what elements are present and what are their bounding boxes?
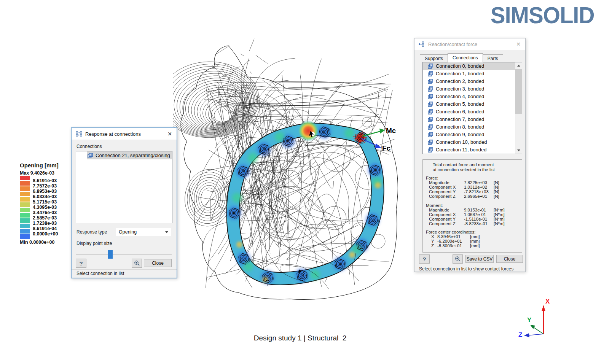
connection-list-item[interactable]: Connection 2, bonded bbox=[423, 78, 522, 85]
value-row: Magnitude7.8225e+03[N] bbox=[423, 180, 522, 185]
connection-list-item[interactable]: Connection 11, bonded bbox=[423, 146, 522, 154]
connection-icon bbox=[428, 71, 433, 76]
connection-icon bbox=[428, 64, 433, 69]
connection-list-item[interactable]: Connection 7, bonded bbox=[423, 116, 522, 123]
value-row: Magnitude9.0153e-01[N*m] bbox=[423, 208, 522, 212]
connection-list-item[interactable]: Connection 4, bonded bbox=[423, 93, 522, 100]
connection-icon bbox=[428, 109, 433, 114]
legend-swatch bbox=[20, 218, 30, 223]
legend-tick-label: 2.5857e-03 bbox=[33, 216, 57, 221]
connection-list-item[interactable]: Connection 10, bonded bbox=[423, 138, 522, 146]
reaction-contact-force-dialog: Reaction/contact force ✕ SupportsConnect… bbox=[414, 38, 526, 272]
connection-list-item-label: Connection 2, bonded bbox=[436, 78, 484, 85]
scrollbar-thumb[interactable] bbox=[515, 69, 522, 114]
legend-swatch bbox=[20, 176, 30, 180]
zoom-to-button[interactable] bbox=[132, 259, 142, 268]
legend-swatch bbox=[20, 181, 30, 186]
value-row: Component Y-7.8218e+03[N] bbox=[423, 189, 522, 194]
legend-tick-label: 3.4476e-03 bbox=[33, 210, 57, 215]
legend-color-bar bbox=[20, 176, 30, 240]
connection-list-item[interactable]: Connection 5, bonded bbox=[423, 100, 522, 108]
connection-icon bbox=[428, 94, 433, 99]
connection-list-item-label: Connection 8, bonded bbox=[436, 123, 484, 131]
connections-label: Connections bbox=[76, 144, 102, 149]
connection-list-item[interactable]: Connection 8, bonded bbox=[423, 123, 522, 131]
status-text: Select connection in list to show contac… bbox=[419, 266, 513, 272]
scrollbar[interactable] bbox=[515, 62, 522, 154]
tab-supports[interactable]: Supports bbox=[420, 54, 448, 62]
help-button[interactable]: ? bbox=[419, 254, 430, 264]
legend-swatch bbox=[20, 197, 30, 202]
close-button[interactable]: Close bbox=[496, 255, 523, 263]
connection-list-item[interactable]: Connection 0, bonded bbox=[423, 62, 522, 70]
response-connections-list[interactable]: Connection 21, separating/closing bbox=[76, 151, 172, 223]
value-row: Component Z2.6965e+01[N] bbox=[423, 194, 522, 199]
legend-tick-label: 6.8953e-03 bbox=[33, 189, 57, 194]
scroll-down-icon[interactable] bbox=[515, 147, 522, 154]
connection-icon bbox=[428, 124, 433, 130]
help-button[interactable]: ? bbox=[76, 259, 86, 268]
results-legend: Opening [mm] Max 9.4026e-03 8.6191e-037.… bbox=[20, 162, 77, 176]
close-icon[interactable]: ✕ bbox=[516, 41, 521, 47]
tab-connections[interactable]: Connections bbox=[448, 53, 483, 62]
y-axis-arrow bbox=[530, 325, 535, 329]
legend-tick-label: 1.7238e-03 bbox=[33, 221, 57, 226]
force-center-coordinates: X8.3946e+01[mm]Y-6.2000e+01[mm]Z-8.3003e… bbox=[423, 234, 522, 248]
connection-list-item-label: Connection 11, bonded bbox=[436, 146, 486, 154]
response-type-dropdown[interactable]: Opening bbox=[116, 228, 171, 236]
force-section-label: Force: bbox=[426, 176, 438, 180]
connection-icon bbox=[428, 132, 433, 137]
close-icon[interactable]: ✕ bbox=[167, 131, 172, 137]
connection-list-item-label: Connection 0, bonded bbox=[436, 62, 484, 70]
connection-list-item-label: Connection 3, bonded bbox=[436, 85, 484, 93]
close-button[interactable]: Close bbox=[144, 259, 172, 267]
moment-section-label: Moment: bbox=[426, 203, 443, 208]
connection-list-item-label: Connection 9, bonded bbox=[436, 131, 484, 138]
display-point-size-track[interactable] bbox=[76, 254, 172, 255]
contact-force-info-panel: Total contact force and moment at connec… bbox=[422, 159, 522, 253]
zoom-to-button[interactable] bbox=[453, 254, 463, 264]
connection-list-item[interactable]: Connection 6, bonded bbox=[423, 108, 522, 116]
value-row: Component X1.0312e+02[N] bbox=[423, 185, 522, 189]
reaction-connections-list[interactable]: Connection 0, bondedConnection 1, bonded… bbox=[422, 62, 522, 154]
connection-list-item-label: Connection 1, bonded bbox=[436, 70, 484, 78]
connection-list-item-label: Connection 5, bonded bbox=[436, 100, 484, 108]
legend-tick-label: 8.6191e-03 bbox=[33, 178, 57, 183]
connection-list-item[interactable]: Connection 3, bonded bbox=[423, 85, 522, 93]
force-values: Magnitude7.8225e+03[N]Component X1.0312e… bbox=[423, 180, 522, 199]
value-row: Component Y-1.5110e-01[N*m] bbox=[423, 217, 522, 221]
legend-swatch bbox=[20, 208, 30, 212]
connection-list-item[interactable]: Connection 21, separating/closing bbox=[76, 151, 172, 159]
value-row: Component X1.0687e-01[N*m] bbox=[423, 212, 522, 217]
legend-max-value: Max 9.4026e-03 bbox=[20, 170, 77, 176]
legend-swatch bbox=[20, 192, 30, 196]
legend-swatch bbox=[20, 234, 30, 239]
magnifier-plus-icon bbox=[134, 260, 140, 266]
scroll-up-icon[interactable] bbox=[515, 62, 522, 69]
legend-min-value: Min 0.0000e+00 bbox=[20, 240, 54, 245]
connection-list-item[interactable]: Connection 1, bonded bbox=[423, 70, 522, 78]
moment-vector-label: Mc bbox=[386, 127, 396, 135]
info-header-2: at connection selected in the list bbox=[433, 167, 495, 172]
reaction-force-icon bbox=[419, 41, 425, 47]
simsolid-workspace: { "app": { "logo": "SIMSOLID", "caption"… bbox=[0, 0, 604, 364]
tab-parts[interactable]: Parts bbox=[483, 54, 503, 62]
connection-list-item-label: Connection 6, bonded bbox=[436, 108, 484, 116]
dialog-title: Reaction/contact force bbox=[428, 41, 477, 47]
connection-icon bbox=[428, 86, 433, 92]
connection-icon bbox=[428, 147, 433, 153]
dialog-titlebar[interactable]: Reaction/contact force ✕ bbox=[414, 38, 525, 50]
save-to-csv-button[interactable]: Save to CSV bbox=[465, 255, 494, 263]
display-point-size-slider[interactable] bbox=[108, 250, 113, 259]
force-vector-label: Fc bbox=[382, 144, 391, 152]
legend-tick-label: 7.7572e-03 bbox=[33, 184, 57, 189]
connection-list-item[interactable]: Connection 9, bonded bbox=[423, 131, 522, 138]
connection-list-item-label: Connection 4, bonded bbox=[436, 93, 484, 100]
legend-tick-label: 6.0334e-03 bbox=[33, 194, 57, 199]
response-at-connections-dialog: Response at connections ✕ Connections Co… bbox=[71, 127, 177, 278]
info-header-1: Total contact force and moment bbox=[433, 162, 494, 167]
connection-icon bbox=[428, 140, 433, 145]
moment-values: Magnitude9.0153e-01[N*m]Component X1.068… bbox=[423, 208, 522, 226]
model-viewport[interactable]: Mc Fc bbox=[173, 32, 413, 304]
dialog-titlebar[interactable]: Response at connections ✕ bbox=[72, 128, 177, 140]
